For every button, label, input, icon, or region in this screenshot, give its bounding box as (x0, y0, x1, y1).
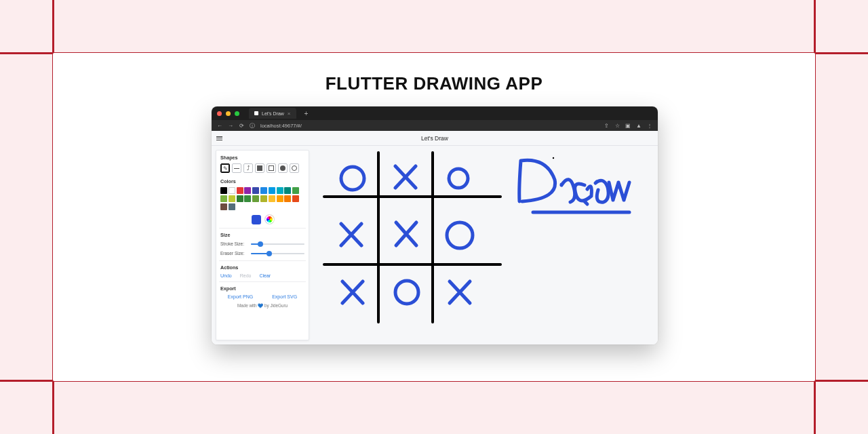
shape-circle-filled-button[interactable] (278, 163, 288, 173)
stroke-size-slider[interactable] (251, 241, 304, 248)
color-swatch[interactable] (220, 187, 227, 194)
size-label: Size (220, 232, 304, 238)
svg-point-6 (447, 222, 473, 248)
colors-label: Colors (220, 178, 304, 184)
shapes-row: ✎ ⤴ (220, 163, 304, 173)
circle-filled-icon (280, 165, 285, 171)
color-swatch[interactable] (252, 195, 259, 202)
url-text[interactable]: localhost:49677/#/ (260, 123, 302, 129)
window-maximize-icon[interactable] (235, 111, 239, 116)
extensions-icon[interactable]: ▣ (625, 123, 631, 129)
shape-arrow-button[interactable]: ⤴ (243, 163, 253, 173)
color-swatch[interactable] (284, 187, 291, 194)
eraser-size-label: Eraser Size: (220, 251, 248, 256)
color-swatch[interactable] (269, 195, 275, 202)
color-swatch[interactable] (260, 195, 267, 202)
export-png-button[interactable]: Export PNG (228, 294, 253, 299)
export-svg-button[interactable]: Export SVG (272, 294, 297, 299)
square-filled-icon (257, 165, 262, 171)
svg-point-7 (395, 281, 418, 304)
arrow-icon: ⤴ (247, 165, 250, 172)
divider (219, 281, 306, 282)
color-swatch[interactable] (260, 187, 267, 194)
shape-rect-filled-button[interactable] (255, 163, 264, 173)
menu-icon[interactable]: ⋮ (647, 123, 652, 129)
bookmark-icon[interactable]: ☆ (614, 123, 620, 129)
color-swatch[interactable] (277, 187, 283, 194)
color-swatch[interactable] (237, 195, 243, 202)
color-swatch[interactable] (229, 187, 235, 194)
color-swatch[interactable] (229, 195, 235, 202)
browser-window: Let's Draw × + ← → ⟳ ⓘ localhost:49677/#… (212, 106, 658, 344)
color-swatch[interactable] (292, 195, 299, 202)
export-label: Export (220, 285, 304, 292)
line-icon (234, 168, 239, 169)
shapes-label: Shapes (220, 155, 304, 161)
shape-rect-outline-button[interactable] (267, 163, 276, 173)
drawing-canvas[interactable] (309, 146, 658, 344)
tab-title: Let's Draw (262, 111, 284, 116)
color-swatch[interactable] (269, 187, 275, 194)
footer-author: JideGuru (271, 303, 288, 308)
color-swatch[interactable] (284, 195, 291, 202)
canvas-strokes (309, 146, 658, 344)
divider (219, 260, 306, 261)
color-swatch[interactable] (244, 195, 251, 202)
shape-pencil-button[interactable]: ✎ (220, 163, 230, 173)
color-swatch[interactable] (244, 187, 251, 194)
color-swatch[interactable] (220, 195, 227, 202)
eraser-size-row: Eraser Size: (220, 250, 304, 257)
browser-tabbar: Let's Draw × + (212, 106, 658, 120)
tab-close-icon[interactable]: × (288, 111, 291, 117)
page-title: FLUTTER DRAWING APP (0, 73, 868, 94)
profile-icon[interactable]: ▲ (636, 123, 642, 129)
circle-outline-icon (292, 165, 297, 171)
actions-label: Actions (220, 264, 304, 271)
color-swatch-grid (220, 187, 304, 210)
current-color-swatch (252, 215, 261, 224)
clear-button[interactable]: Clear (259, 273, 271, 278)
window-minimize-icon[interactable] (226, 111, 231, 116)
app-title: Let's Draw (226, 135, 643, 142)
svg-point-4 (341, 167, 364, 190)
svg-point-5 (449, 169, 468, 188)
footer-note: Made with 💙 by JideGuru (220, 303, 304, 309)
window-close-icon[interactable] (217, 111, 222, 116)
shape-line-button[interactable] (232, 163, 241, 173)
export-row: Export PNG Export SVG (220, 294, 304, 299)
divider (219, 228, 306, 229)
hamburger-icon[interactable] (212, 136, 226, 140)
favicon-icon (254, 111, 258, 115)
app-root: Let's Draw Shapes ✎ ⤴ Colors (212, 131, 658, 344)
current-color-row (220, 215, 304, 224)
redo-button[interactable]: Redo (240, 273, 252, 278)
eraser-size-slider[interactable] (251, 250, 304, 257)
color-swatch[interactable] (237, 187, 243, 194)
color-picker-icon[interactable] (265, 215, 274, 224)
color-swatch[interactable] (220, 203, 227, 210)
color-swatch[interactable] (277, 195, 283, 202)
sidebar-panel: Shapes ✎ ⤴ Colors Size (216, 150, 309, 340)
browser-address-bar: ← → ⟳ ⓘ localhost:49677/#/ ⇪ ☆ ▣ ▲ ⋮ (212, 120, 658, 131)
browser-tab[interactable]: Let's Draw × (249, 108, 296, 119)
nav-back-icon[interactable]: ← (217, 123, 222, 129)
color-swatch[interactable] (229, 203, 235, 210)
pencil-icon: ✎ (223, 165, 228, 172)
actions-row: Undo Redo Clear (220, 273, 304, 278)
app-body: Shapes ✎ ⤴ Colors Size (212, 146, 658, 344)
share-icon[interactable]: ⇪ (604, 123, 609, 129)
shape-circle-outline-button[interactable] (290, 163, 299, 173)
site-info-icon[interactable]: ⓘ (250, 122, 255, 130)
nav-reload-icon[interactable]: ⟳ (239, 123, 244, 129)
stroke-size-row: Stroke Size: (220, 241, 304, 248)
square-outline-icon (269, 165, 274, 171)
new-tab-button[interactable]: + (304, 110, 309, 117)
nav-forward-icon[interactable]: → (228, 123, 233, 129)
svg-point-9 (553, 157, 554, 159)
stroke-size-label: Stroke Size: (220, 241, 248, 246)
undo-button[interactable]: Undo (220, 273, 232, 278)
app-header: Let's Draw (212, 131, 658, 146)
color-swatch[interactable] (252, 187, 259, 194)
color-swatch[interactable] (292, 187, 299, 194)
